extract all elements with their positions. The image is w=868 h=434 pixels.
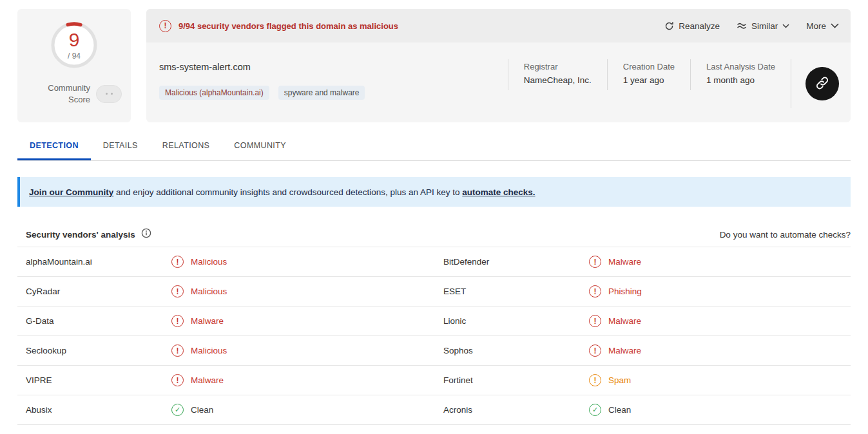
verdict-cell: Malicious [171, 256, 443, 268]
vendor-name: Fortinet [443, 375, 589, 385]
verdict-cell: Malware [589, 256, 842, 268]
vendor-row: G-Data Malware Lionic Malware [17, 307, 851, 336]
verdict-icon [171, 256, 184, 268]
domain-summary-card: 9/94 security vendors flagged this domai… [146, 9, 851, 122]
report-tabs: DETECTION DETAILS RELATIONS COMMUNITY [17, 141, 851, 161]
verdict-label: Clean [608, 405, 631, 415]
vendor-row: alphaMountain.ai Malicious BitDefender M… [17, 247, 851, 277]
vendor-name: VIPRE [26, 375, 171, 385]
verdict-label: Clean [191, 405, 213, 415]
verdict-icon [589, 404, 601, 416]
verdict-cell: Clean [589, 404, 842, 416]
verdict-icon [589, 285, 601, 297]
score-gauge: 9 / 94 [48, 19, 100, 71]
verdict-cell: Malicious [171, 285, 443, 297]
tag-malicious[interactable]: Malicious (alphaMountain.ai) [159, 86, 269, 100]
vt-graph-button[interactable] [805, 67, 839, 100]
domain-body: sms-system-alert.com Malicious (alphaMou… [146, 42, 851, 122]
community-score-card: 9 / 94 Community Score [17, 9, 131, 122]
verdict-cell: Spam [589, 374, 842, 386]
vendor-row: Abusix Clean Acronis Clean [17, 395, 851, 425]
vendor-name: BitDefender [443, 257, 589, 267]
graph-button-wrap [791, 59, 839, 108]
meta-label: Last Analysis Date [706, 62, 775, 71]
domain-tags: Malicious (alphaMountain.ai) spyware and… [159, 86, 365, 100]
verdict-icon [589, 315, 601, 327]
more-button[interactable]: More [806, 21, 839, 31]
verdict-icon [589, 344, 601, 357]
similar-label: Similar [751, 21, 778, 31]
score-denominator: / 94 [68, 52, 81, 61]
info-icon[interactable] [141, 228, 151, 241]
verdict-icon [171, 285, 184, 297]
tab-detection[interactable]: DETECTION [17, 141, 91, 160]
verdict-icon [171, 315, 184, 327]
tag-category[interactable]: spyware and malware [278, 86, 365, 100]
verdict-label: Malware [191, 316, 224, 326]
verdict-label: Spam [608, 375, 631, 385]
verdict-cell: Phishing [589, 285, 842, 297]
meta-value: NameCheap, Inc. [524, 75, 592, 85]
vendor-name: CyRadar [26, 287, 171, 296]
similar-icon [737, 21, 747, 30]
vendor-name: G-Data [26, 316, 171, 326]
similar-button[interactable]: Similar [737, 21, 789, 31]
banner-text: and enjoy additional community insights … [113, 187, 462, 197]
vendor-name: Lionic [443, 316, 589, 326]
vendor-name: ESET [443, 287, 589, 296]
verdict-cell: Malware [589, 344, 842, 357]
meta-value: 1 month ago [706, 75, 775, 85]
meta-value: 1 year ago [623, 75, 675, 85]
verdict-cell: Clean [171, 404, 443, 416]
vendor-name: Sophos [443, 346, 589, 355]
vendor-row: Seclookup Malicious Sophos Malware [17, 336, 851, 366]
report-header: 9 / 94 Community Score 9/94 security ven… [17, 9, 851, 122]
community-score-label: Community Score [37, 82, 90, 105]
reanalyze-button[interactable]: Reanalyze [664, 21, 720, 31]
verdict-cell: Malware [589, 315, 842, 327]
chevron-down-icon [782, 24, 789, 28]
vendor-name: Seclookup [26, 346, 171, 355]
analysis-header: Security vendors' analysis Do you want t… [17, 222, 851, 247]
alert-icon [159, 20, 171, 32]
vendor-row: CyRadar Malicious ESET Phishing [17, 277, 851, 307]
verdict-label: Malware [608, 346, 641, 355]
tab-community[interactable]: COMMUNITY [222, 141, 298, 160]
reanalyze-icon [664, 21, 674, 31]
join-community-link[interactable]: Join our Community [29, 187, 113, 197]
vendor-name: alphaMountain.ai [26, 257, 171, 267]
domain-name: sms-system-alert.com [159, 62, 365, 72]
vendor-name: Abusix [26, 405, 171, 415]
verdict-cell: Malicious [171, 344, 443, 357]
analysis-title: Security vendors' analysis [26, 230, 135, 240]
verdict-label: Malicious [191, 257, 227, 267]
verdict-label: Malware [608, 316, 641, 326]
vendor-row: VIPRE Malware Fortinet Spam [17, 366, 851, 395]
meta-last-analysis-date: Last Analysis Date 1 month ago [690, 59, 775, 90]
community-votes-badge[interactable] [96, 85, 122, 103]
tab-details[interactable]: DETAILS [91, 141, 150, 160]
vendor-name: Acronis [443, 405, 589, 415]
verdict-label: Phishing [608, 287, 642, 296]
verdict-icon [171, 374, 184, 386]
reanalyze-label: Reanalyze [679, 21, 720, 31]
verdict-cell: Malware [171, 315, 443, 327]
verdict-label: Malware [608, 257, 641, 267]
vendors-table: alphaMountain.ai Malicious BitDefender M… [17, 247, 851, 425]
virustotal-domain-report: 9 / 94 Community Score 9/94 security ven… [0, 0, 868, 425]
verdict-label: Malicious [191, 346, 227, 355]
tab-relations[interactable]: RELATIONS [150, 141, 222, 160]
automate-checks-prompt[interactable]: Do you want to automate checks? [720, 230, 851, 240]
score-value: 9 [69, 30, 80, 50]
verdict-label: Malware [191, 375, 224, 385]
verdict-cell: Malware [171, 374, 443, 386]
meta-creation-date: Creation Date 1 year ago [607, 59, 675, 90]
meta-registrar: Registrar NameCheap, Inc. [508, 59, 592, 90]
verdict-icon [171, 344, 184, 357]
automate-checks-link[interactable]: automate checks. [462, 187, 535, 197]
link-icon [815, 75, 830, 93]
verdict-icon [171, 404, 184, 416]
verdict-icon [589, 374, 601, 386]
score-readout: 9 / 94 [48, 19, 100, 71]
meta-label: Registrar [524, 62, 592, 71]
